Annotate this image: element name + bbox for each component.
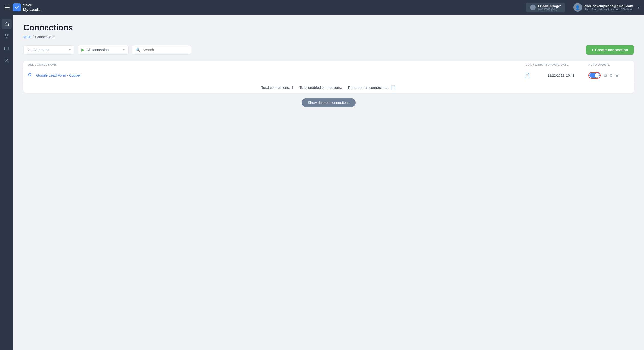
report-stat: Report on all connections: 📄 xyxy=(348,85,396,90)
header-log: LOG / ERRORS xyxy=(507,63,548,66)
table-row: G Google Lead Form - Copper 📄 11/22/2022… xyxy=(23,69,634,82)
sidebar-item-connections[interactable] xyxy=(2,31,12,41)
breadcrumb-separator: / xyxy=(33,35,34,39)
top-navbar: Save My Leads. i LEADS usage: 0 of 2'000… xyxy=(0,0,644,15)
connections-stats: Total connections: 1 Total enabled conne… xyxy=(23,82,634,93)
date-cell: 11/22/2022 10:43 xyxy=(548,74,588,77)
account-icon xyxy=(4,58,9,63)
breadcrumb: Main / Connections xyxy=(23,35,634,39)
logo-icon xyxy=(13,3,21,11)
user-info: alice.savemyleads@gmail.com Plan |Start|… xyxy=(585,4,633,11)
create-connection-button[interactable]: + Create connection xyxy=(586,45,634,55)
google-g-icon: G xyxy=(28,73,34,78)
avatar: 👤 xyxy=(573,3,582,12)
user-plan: Plan |Start| left until payment 388 days xyxy=(585,8,633,11)
table-header: ALL CONNECTIONS LOG / ERRORS UPDATE DATE… xyxy=(23,61,634,69)
connection-link[interactable]: Google Lead Form - Copper xyxy=(36,73,81,77)
total-enabled-label: Total enabled connections: xyxy=(300,86,342,90)
sidebar xyxy=(0,15,13,350)
leads-info: LEADS usage: 0 of 2'000 (0%) xyxy=(538,4,561,11)
folder-icon: 🗂 xyxy=(27,48,31,52)
connection-filter-chevron-icon: ▾ xyxy=(123,48,125,52)
home-icon xyxy=(4,21,9,26)
sidebar-item-account[interactable] xyxy=(2,56,12,66)
toolbar: 🗂 All groups ▾ ▶ All connection ▾ 🔍 + Cr… xyxy=(23,45,634,55)
update-date: 11/22/2022 10:43 xyxy=(548,74,574,77)
groups-dropdown[interactable]: 🗂 All groups ▾ xyxy=(23,45,74,55)
toggle-knob xyxy=(595,73,599,78)
main-layout: Connections Main / Connections 🗂 All gro… xyxy=(0,15,644,350)
billing-icon xyxy=(4,46,9,51)
logo-text: Save My Leads. xyxy=(23,3,42,12)
groups-label: All groups xyxy=(33,48,67,52)
sidebar-item-billing[interactable] xyxy=(2,43,12,53)
connection-filter-label: All connection xyxy=(86,48,121,52)
connection-name-cell: G Google Lead Form - Copper xyxy=(28,73,507,78)
connections-table: ALL CONNECTIONS LOG / ERRORS UPDATE DATE… xyxy=(23,61,634,93)
search-icon: 🔍 xyxy=(135,47,141,52)
action-icons: ⧉ ⚙ 🗑 xyxy=(604,73,619,78)
groups-chevron-icon: ▾ xyxy=(69,48,71,52)
leads-sub: 0 of 2'000 (0%) xyxy=(538,8,561,11)
header-connections: ALL CONNECTIONS xyxy=(28,63,507,66)
total-connections-label: Total connections: xyxy=(261,86,290,90)
total-connections-stat: Total connections: 1 xyxy=(261,86,294,90)
total-enabled-stat: Total enabled connections: xyxy=(300,86,342,90)
logo: Save My Leads. xyxy=(13,3,42,12)
user-chevron-icon: ▾ xyxy=(638,5,639,9)
leads-usage-widget: i LEADS usage: 0 of 2'000 (0%) xyxy=(526,3,565,12)
svg-rect-3 xyxy=(5,47,9,50)
page-title: Connections xyxy=(23,23,634,32)
connections-icon xyxy=(4,34,9,39)
toggle-cell: ⧉ ⚙ 🗑 xyxy=(588,72,629,79)
show-deleted-button[interactable]: Show deleted connections xyxy=(302,98,356,107)
log-document-icon[interactable]: 📄 xyxy=(524,73,530,78)
report-icon[interactable]: 📄 xyxy=(391,85,396,90)
total-connections-value: 1 xyxy=(292,86,294,90)
settings-icon[interactable]: ⚙ xyxy=(609,73,613,78)
checkmark-icon xyxy=(14,5,19,10)
svg-point-4 xyxy=(6,59,8,61)
sidebar-item-home[interactable] xyxy=(2,19,12,29)
user-menu[interactable]: 👤 alice.savemyleads@gmail.com Plan |Star… xyxy=(573,3,639,12)
log-cell: 📄 xyxy=(507,73,548,78)
header-auto-update: AUTO UPDATE xyxy=(588,63,629,66)
breadcrumb-main-link[interactable]: Main xyxy=(23,35,31,39)
duplicate-icon[interactable]: ⧉ xyxy=(604,73,607,78)
header-update-date: UPDATE DATE xyxy=(548,63,588,66)
leads-title: LEADS usage: xyxy=(538,4,561,8)
breadcrumb-current: Connections xyxy=(35,35,55,39)
leads-info-icon: i xyxy=(530,5,536,10)
auto-update-toggle[interactable] xyxy=(588,72,601,79)
user-email: alice.savemyleads@gmail.com xyxy=(585,4,633,8)
show-deleted-wrapper: Show deleted connections xyxy=(23,98,634,107)
play-icon: ▶ xyxy=(81,47,84,52)
main-content: Connections Main / Connections 🗂 All gro… xyxy=(13,15,644,350)
search-input[interactable] xyxy=(143,48,187,52)
connection-filter-dropdown[interactable]: ▶ All connection ▾ xyxy=(78,45,129,55)
report-label: Report on all connections: xyxy=(348,86,389,90)
toggle-inner xyxy=(589,73,600,78)
delete-icon[interactable]: 🗑 xyxy=(615,73,619,78)
search-wrapper: 🔍 xyxy=(132,45,191,55)
hamburger-menu[interactable] xyxy=(5,6,10,9)
